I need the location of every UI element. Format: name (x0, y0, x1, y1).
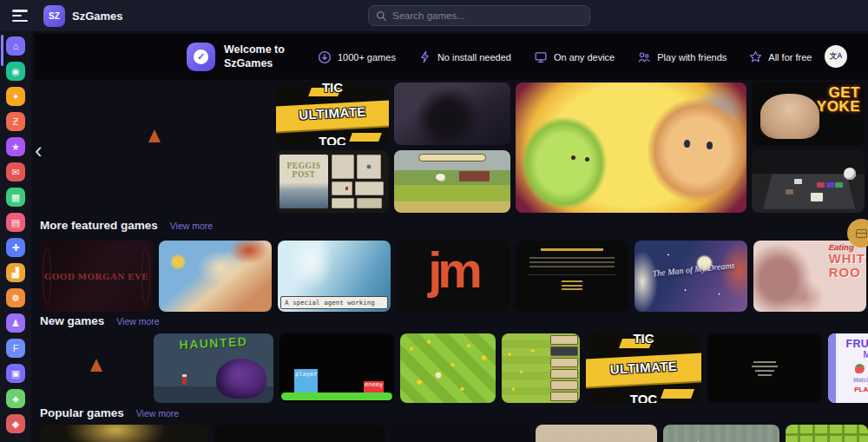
search-bar[interactable] (368, 5, 590, 26)
game-tile-special-agent[interactable]: A special agent working (278, 241, 391, 312)
sidebar-item-clover[interactable]: ♣ (6, 389, 25, 408)
dialog-caption: A special agent working (280, 296, 388, 309)
game-tile-sheep-farm[interactable] (394, 150, 510, 213)
enemy-box: enemy (364, 381, 384, 393)
game-tile-tic-ultimate-toc-new[interactable]: TIC ULTIMATE TOC (586, 333, 701, 403)
sidebar-item-mail[interactable]: ✉ (6, 162, 25, 181)
game-tile-popular-5[interactable] (663, 425, 779, 442)
game-tile-good-morgan-eve[interactable]: GOOD MORGAN EVE (40, 241, 153, 312)
game-tile-peggis-post[interactable]: PEGGIS POST (276, 150, 389, 213)
friends-icon (637, 50, 651, 63)
sidebar-item-spark[interactable]: ✦ (6, 87, 25, 106)
view-more-link[interactable]: View more (116, 316, 159, 327)
sidebar-item-z[interactable]: Ƶ (6, 112, 25, 131)
grid-icon: ▦ (11, 192, 20, 203)
game-tile-popular-1[interactable] (40, 425, 208, 442)
sidebar-nav: ⌂ ◉ ✦ Ƶ ★ ✉ ▦ ▤ ✚ ▟ ☸ ♟ F ▣ ♣ ◆ (0, 31, 31, 442)
view-more-link[interactable]: View more (136, 408, 179, 419)
table-surface (763, 174, 856, 208)
game-tile-player-vs-enemy[interactable]: player enemy (279, 333, 394, 403)
sidebar-item-star[interactable]: ★ (6, 137, 25, 156)
game-tile-popular-2[interactable] (214, 425, 385, 442)
rows-icon: ▤ (11, 217, 20, 228)
more-featured-row: GOOD MORGAN EVE A special agent working … (40, 241, 866, 312)
game-tile-pixel-farm[interactable] (502, 333, 580, 403)
game-title-line: ROO (829, 266, 866, 280)
game-tile-dark-menu[interactable] (707, 333, 822, 403)
sidebar-item-grid[interactable]: ▦ (6, 188, 25, 207)
game-title-line: WHITE (829, 252, 866, 266)
game-tile-tabletop[interactable] (752, 150, 865, 213)
section-header-new-games: New games View more (40, 314, 160, 327)
game-tile-gnome-new[interactable] (40, 333, 148, 403)
game-tile-dark-anime[interactable] (394, 82, 510, 145)
sidebar-item-home[interactable]: ⌂ (6, 36, 25, 56)
game-tile-fruit-crush-master[interactable]: FRUIT CRUSH MASTER Match 3 Puzzle Game P… (828, 333, 868, 403)
clover-icon: ♣ (12, 393, 18, 404)
feature-games-count: 1000+ games (318, 50, 396, 64)
sidebar-item-pawn[interactable]: ♟ (6, 313, 25, 333)
menu-buttons (550, 335, 578, 401)
popular-games-row (40, 425, 868, 442)
f-icon: F (13, 343, 19, 353)
sidebar-item-gamepad[interactable]: ▣ (6, 364, 25, 383)
new-games-row: HAUNTED player enemy TIC ULTIMATE TOC (40, 333, 868, 403)
search-input[interactable] (392, 10, 582, 21)
game-tile-tic-ultimate-toc[interactable]: TIC ULTIMATE TOC (276, 82, 389, 145)
sidebar-item-diamond[interactable]: ◆ (6, 414, 25, 433)
feature-label: Play with friends (657, 52, 727, 63)
paper-scraps (332, 155, 385, 208)
game-title-line: POST (279, 170, 328, 179)
brand-logo[interactable]: SZ (43, 5, 65, 27)
mail-icon: ✉ (11, 167, 19, 178)
welcome-app-icon: ✓ (187, 43, 215, 71)
cup (844, 168, 856, 180)
feature-no-install: No install needed (418, 50, 511, 63)
game-tile-get-yoked[interactable]: GET YOKE (752, 82, 865, 145)
player-box: player (294, 369, 318, 393)
feature-any-device: On any device (534, 50, 615, 63)
home-icon: ⌂ (13, 41, 19, 51)
main-content: ✓ Welcome to SzGames 1000+ games No inst… (31, 31, 868, 442)
language-button[interactable]: 文A (825, 45, 847, 68)
game-tile-eating-white-room[interactable]: Eating WHITE ROO (753, 241, 866, 312)
game-tile-anime-couple[interactable] (159, 241, 272, 312)
game-tile-jm-logo[interactable]: jm (397, 241, 510, 312)
sidebar-item-discover[interactable]: ◉ (6, 62, 25, 81)
game-tile-cat-battle[interactable] (516, 82, 746, 213)
feature-free: All for free (749, 50, 812, 63)
game-tile-text-adventure[interactable] (516, 241, 628, 312)
game-subtitle: Match 3 Puzzle Game (836, 377, 868, 383)
game-title-line: FRUIT CRUSH (836, 338, 868, 350)
game-tile-gnome-hero[interactable] (40, 82, 271, 213)
view-more-link[interactable]: View more (170, 221, 213, 231)
section-title: Popular games (40, 406, 124, 419)
star-outline-icon (749, 50, 762, 63)
feature-label: No install needed (437, 52, 511, 63)
game-tile-popular-4[interactable] (536, 425, 657, 442)
game-title-line: TIC (276, 82, 389, 95)
wheel-icon: ☸ (11, 293, 20, 304)
game-title-line: MASTER (836, 350, 868, 360)
feature-label: 1000+ games (338, 52, 396, 63)
sidebar-item-wheel[interactable]: ☸ (6, 288, 25, 307)
play-now-cta: PLAY NOW FREE! (836, 386, 868, 393)
game-title: GOOD MORGAN EVE (44, 271, 149, 281)
sidebar-item-rows[interactable]: ▤ (6, 213, 25, 232)
active-indicator (1, 35, 3, 66)
farm-banner (418, 154, 486, 162)
sidebar-item-chart[interactable]: ▟ (6, 263, 25, 282)
game-tile-popular-3[interactable] (391, 425, 529, 442)
game-title: HAUNTED (179, 334, 248, 352)
carousel-prev-button[interactable]: ‹ (35, 139, 43, 162)
brand[interactable]: SZ SzGames (43, 5, 123, 27)
game-tile-haunted[interactable]: HAUNTED (154, 333, 273, 403)
sidebar-item-f[interactable]: F (6, 339, 25, 358)
game-tile-coin-field[interactable] (400, 333, 496, 403)
jm-logo-text: jm (428, 253, 478, 288)
sidebar-toggle-icon[interactable] (12, 10, 30, 22)
game-tile-man-of-my-dreams[interactable]: The Man of My Dreams (635, 241, 747, 312)
game-tile-popular-6[interactable] (786, 425, 868, 442)
feature-friends: Play with friends (637, 50, 727, 63)
sidebar-item-plus[interactable]: ✚ (6, 238, 25, 257)
